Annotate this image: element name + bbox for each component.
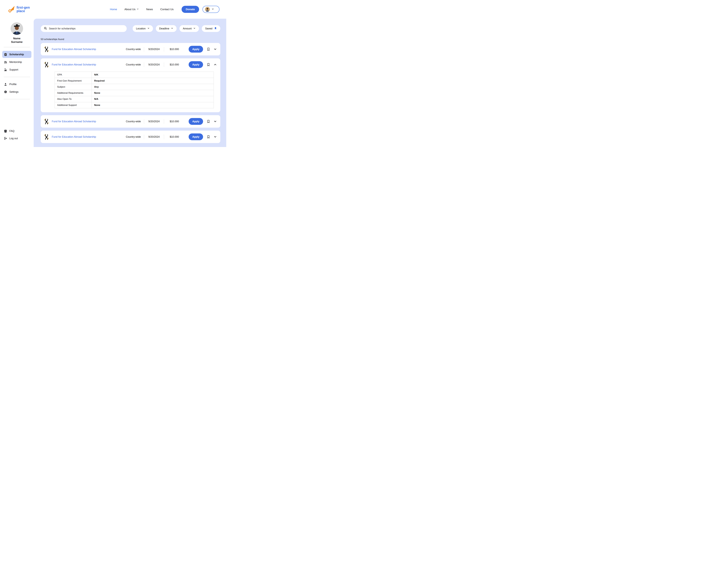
rocket-badge-icon [8,5,15,13]
nav-contact-us[interactable]: Contact Us [160,8,174,11]
scholarship-logo-icon [43,46,50,53]
detail-label: Subject [55,84,92,90]
scholarship-location: Country-wide [123,47,144,51]
scholarship-amount: $10.000 [164,135,185,139]
bookmark-icon[interactable] [206,62,211,67]
apply-button[interactable]: Apply [189,118,203,125]
detail-row: GPA N/K [55,72,214,78]
detail-label: GPA [55,72,92,78]
sidebar-item-scholarship[interactable]: Scholarship [2,51,31,58]
detail-label: Also Open To [55,96,92,102]
filter-deadline[interactable]: Deadline [156,25,177,32]
detail-value: Required [92,78,214,84]
sidebar-item-label: FAQ [9,130,14,133]
sidebar-item-label: Support [9,68,18,71]
scholarship-card-expanded: Fund for Education Abroad Scholarship Co… [41,58,220,112]
filter-label: Deadline [159,27,169,30]
scholarship-logo-icon [43,118,50,125]
scholarship-title-link[interactable]: Fund for Education Abroad Scholarship [52,120,123,123]
nav-home[interactable]: Home [110,8,117,11]
clipboard-icon [4,53,7,56]
filter-location[interactable]: Location [133,25,153,32]
scholarship-meta: Country-wide 9/20/2024 $10.000 [123,119,185,124]
nav-about-us[interactable]: About Us [125,8,139,11]
top-header: first-gen place Home About Us News Conta… [0,0,226,19]
detail-label: Additional Requirements [55,90,92,96]
detail-value: None [92,90,214,96]
sidebar-item-profile[interactable]: Profile [2,81,31,88]
scholarship-card: Fund for Education Abroad Scholarship Co… [41,115,220,128]
chevron-down-icon [211,8,214,11]
filter-label: Amount [183,27,192,30]
sidebar-item-label: Profile [9,83,16,86]
bookmark-filled-icon [214,27,217,30]
detail-row: Additional Requirements None [55,90,214,96]
sidebar-item-settings[interactable]: Settings [2,88,31,95]
scholarship-card: Fund for Education Abroad Scholarship Co… [41,43,220,56]
chevron-down-icon [137,8,139,11]
scholarship-amount: $10.000 [164,62,185,67]
expand-chevron-icon[interactable] [213,135,217,139]
user-avatar [11,22,23,35]
avatar [205,7,210,12]
sidebar-item-label: Log out [9,137,18,140]
scholarship-location: Country-wide [123,135,144,139]
collapse-chevron-icon[interactable] [213,62,217,67]
scholarship-title-link[interactable]: Fund for Education Abroad Scholarship [52,48,123,51]
search-input[interactable] [49,27,124,30]
search-icon [44,27,47,30]
detail-value: Any [92,84,214,90]
scholarship-meta: Country-wide 9/20/2024 $10.000 [123,47,185,51]
scholarship-logo-icon [43,134,50,140]
sidebar-item-mentorship[interactable]: Mentorship [2,59,31,66]
person-icon [4,82,7,86]
brand-logo[interactable]: first-gen place [8,5,30,13]
donate-button[interactable]: Donate [181,6,199,13]
filter-saved[interactable]: Saved [202,25,220,32]
bookmark-icon[interactable] [206,119,211,124]
chevron-down-icon [171,27,173,30]
detail-value: N/K [92,72,214,78]
expand-chevron-icon[interactable] [213,119,217,124]
logout-icon [4,137,7,140]
bookmark-icon[interactable] [206,135,211,139]
sidebar-item-support[interactable]: Support [2,66,31,73]
apply-button[interactable]: Apply [189,133,203,140]
detail-row: Subject Any [55,84,214,90]
apply-button[interactable]: Apply [189,46,203,53]
chevron-down-icon [193,27,196,30]
expand-chevron-icon[interactable] [213,47,217,51]
gear-icon [4,90,7,94]
scholarship-amount: $10.000 [164,119,185,124]
search-box[interactable] [41,25,127,32]
scholarship-details: GPA N/K First-Gen Requirement Required S… [43,71,217,112]
scholarship-deadline: 9/20/2024 [144,62,164,67]
user-name: Name Surname [0,37,34,44]
nav-news[interactable]: News [146,8,153,11]
filter-amount[interactable]: Amount [179,25,199,32]
detail-row: Also Open To N/A [55,96,214,102]
sidebar-item-label: Settings [9,91,19,94]
scholarship-title-link[interactable]: Fund for Education Abroad Scholarship [52,63,123,66]
sidebar-item-label: Mentorship [9,61,22,64]
detail-row: First-Gen Requirement Required [55,78,214,84]
scholarship-title-link[interactable]: Fund for Education Abroad Scholarship [52,135,123,138]
sidebar-item-faq[interactable]: ? FAQ [2,128,31,135]
scholarship-deadline: 9/20/2024 [144,47,164,51]
sidebar-footer: ? FAQ Log out [0,127,34,147]
scholarship-location: Country-wide [123,62,144,67]
detail-value: N/A [92,96,214,102]
sidebar-item-logout[interactable]: Log out [2,135,31,142]
filter-label: Location [136,27,146,30]
scholarship-location: Country-wide [123,119,144,124]
apply-button[interactable]: Apply [189,61,203,68]
divider [4,99,30,99]
account-menu[interactable] [202,6,220,13]
detail-value: None [92,102,214,108]
results-count: 53 scholarships found [41,38,220,41]
top-nav: Home About Us News Contact Us [110,8,173,11]
bookmark-icon[interactable] [206,47,211,51]
sidebar-item-label: Scholarship [9,53,24,56]
filter-label: Saved [205,27,212,30]
filters: Location Deadline Amount Saved [133,25,220,32]
